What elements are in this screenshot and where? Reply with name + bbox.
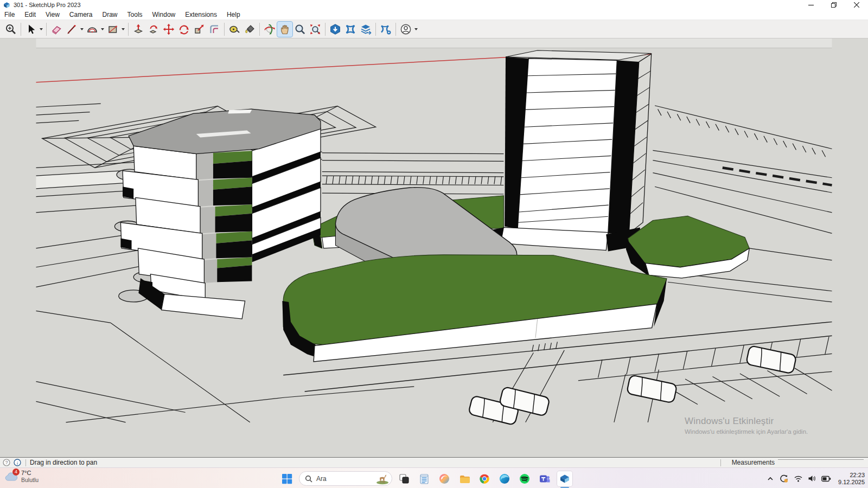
svg-text:?: ? (5, 460, 8, 465)
trimble-connect-button[interactable] (343, 22, 358, 37)
menu-view[interactable]: View (41, 10, 65, 20)
tray-expand-icon[interactable] (767, 476, 774, 482)
close-button[interactable] (845, 0, 868, 10)
taskbar-search-box[interactable]: Ara (299, 471, 392, 486)
extension-manager-icon (380, 23, 392, 35)
rotate-tool-button[interactable] (176, 22, 192, 37)
chevron-down-icon (101, 28, 104, 30)
battery-icon[interactable] (821, 476, 831, 482)
search-placeholder: Ara (316, 475, 374, 483)
file-explorer-button[interactable] (456, 471, 473, 487)
wifi-icon[interactable] (794, 475, 803, 482)
arc-tool-button[interactable] (85, 22, 100, 37)
spotify-button[interactable] (516, 471, 533, 487)
weather-widget[interactable]: 4 7°C Bulutlu (4, 470, 39, 484)
tape-measure-tool-button[interactable] (227, 22, 242, 37)
menu-draw[interactable]: Draw (98, 10, 123, 20)
rotate-icon (178, 23, 190, 35)
volume-icon[interactable] (808, 475, 816, 482)
select-tool-caret[interactable] (39, 22, 44, 37)
orbit-tool-button[interactable] (262, 22, 277, 37)
weather-temperature: 7°C (21, 470, 39, 477)
edge-button[interactable] (496, 471, 513, 487)
statusbar-divider (25, 459, 26, 466)
status-bar: ? i Drag in direction to pan Measurement… (0, 457, 868, 467)
move-tool-button[interactable] (161, 22, 176, 37)
orbit-icon (264, 23, 276, 35)
3d-warehouse-icon (329, 23, 341, 35)
menu-tools[interactable]: Tools (123, 10, 148, 20)
search-highlight-deer-image (374, 472, 391, 485)
statusbar-divider (720, 459, 721, 466)
title-bar: 301 - SketchUp Pro 2023 (0, 0, 868, 10)
menu-edit[interactable]: Edit (20, 10, 41, 20)
menu-extensions[interactable]: Extensions (180, 10, 222, 20)
clock-date: 9.12.2025 (838, 479, 865, 486)
3d-viewport-canvas[interactable] (0, 38, 868, 457)
paint-bucket-icon (244, 23, 256, 35)
statusbar-hint: Drag in direction to pan (30, 459, 97, 466)
help-icon[interactable]: ? (3, 459, 10, 466)
3d-warehouse-button[interactable] (328, 22, 343, 37)
info-icon[interactable]: i (14, 459, 21, 466)
follow-me-tool-button[interactable] (146, 22, 161, 37)
copilot-icon (438, 473, 450, 485)
restore-icon (831, 2, 837, 8)
menu-file[interactable]: File (0, 10, 20, 20)
weather-alert-badge: 4 (12, 468, 20, 476)
scale-tool-button[interactable] (192, 22, 207, 37)
move-icon (163, 23, 175, 35)
3d-viewport[interactable]: Windows'u Etkinleştir Windows'u etkinleş… (0, 38, 868, 457)
zoom-extents-tool-button[interactable] (308, 22, 323, 37)
sync-update-icon[interactable] (779, 474, 789, 483)
chevron-down-icon (40, 28, 43, 30)
account-button[interactable] (398, 22, 413, 37)
push-pull-icon (132, 23, 144, 35)
maximize-button[interactable] (822, 0, 845, 10)
offset-icon (208, 23, 220, 35)
account-caret[interactable] (413, 22, 419, 37)
start-button[interactable] (279, 471, 295, 487)
zoom-window-tool-button[interactable] (3, 22, 18, 37)
task-view-button[interactable] (396, 471, 412, 487)
toolbar-divider (21, 23, 21, 36)
pencil-line-icon (66, 23, 78, 35)
arc-tool-caret[interactable] (100, 22, 105, 37)
notepad-button[interactable] (416, 471, 432, 487)
rectangle-tool-button[interactable] (105, 22, 120, 37)
measurements-label: Measurements (732, 459, 775, 466)
task-view-icon (398, 473, 410, 485)
offset-tool-button[interactable] (207, 22, 222, 37)
copilot-button[interactable] (436, 471, 452, 487)
line-tool-caret[interactable] (79, 22, 85, 37)
sketchup-app-icon (559, 473, 571, 485)
rectangle-icon (107, 23, 119, 35)
select-tool-button[interactable] (23, 22, 39, 37)
chrome-button[interactable] (476, 471, 493, 487)
window-title: 301 - SketchUp Pro 2023 (14, 2, 81, 8)
sketchup-app-button[interactable] (557, 471, 573, 487)
menu-window[interactable]: Window (148, 10, 181, 20)
menu-help[interactable]: Help (222, 10, 245, 20)
zoom-icon (294, 23, 306, 35)
extension-manager-button[interactable] (378, 22, 393, 37)
minimize-button[interactable] (800, 0, 822, 10)
toolbar-divider (375, 23, 376, 36)
clock-widget[interactable]: 22:23 9.12.2025 (838, 472, 865, 486)
teams-button[interactable] (537, 471, 553, 487)
toolbar-divider (46, 23, 47, 36)
share-model-button[interactable] (358, 22, 373, 37)
zoom-tool-button[interactable] (292, 22, 308, 37)
chevron-down-icon (122, 28, 125, 30)
rectangle-tool-caret[interactable] (120, 22, 126, 37)
line-tool-button[interactable] (64, 22, 79, 37)
eraser-tool-button[interactable] (49, 22, 64, 37)
measurements-input[interactable] (778, 459, 864, 466)
toolbar-divider (224, 23, 225, 36)
menu-camera[interactable]: Camera (65, 10, 98, 20)
push-pull-tool-button[interactable] (131, 22, 146, 37)
toolbar (0, 20, 868, 38)
zoom-window-icon (5, 23, 17, 35)
paint-bucket-tool-button[interactable] (242, 22, 257, 37)
pan-tool-button[interactable] (277, 22, 292, 37)
